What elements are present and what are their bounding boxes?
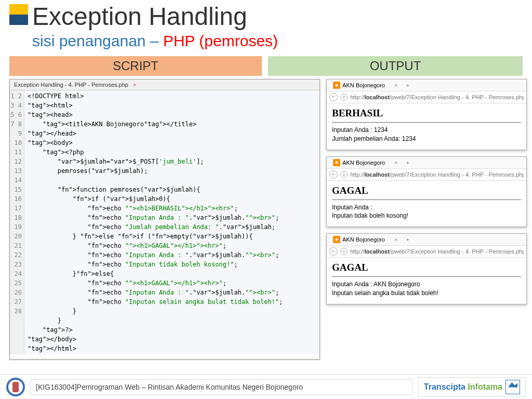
browser-tab[interactable]: AKN Bojonegoro× <box>329 81 402 90</box>
browser-tab-title: AKN Bojonegoro <box>342 159 385 166</box>
url-text[interactable]: http://localhost/pweb/7/Exception Handli… <box>350 171 524 178</box>
address-bar: ←ihttp://localhost/pweb/7/Exception Hand… <box>327 246 526 258</box>
editor-tab-label: Exception Handling - 4. PHP - Pemroses.p… <box>14 82 128 88</box>
result-line: Jumlah pembelian Anda: 1234 <box>332 135 521 143</box>
result-heading: GAGAL <box>332 185 521 196</box>
close-icon[interactable]: × <box>133 82 136 88</box>
browser-viewport: BERHASILInputan Anda : 1234Jumlah pembel… <box>327 103 526 150</box>
browser-tab[interactable]: AKN Bojonegoro× <box>329 235 402 244</box>
editor-tab[interactable]: Exception Handling - 4. PHP - Pemroses.p… <box>10 79 320 90</box>
close-icon[interactable]: × <box>394 82 397 88</box>
new-tab-button[interactable]: + <box>406 159 409 166</box>
code-editor: Exception Handling - 4. PHP - Pemroses.p… <box>9 79 320 360</box>
brand-box: Transcipta Infotama <box>418 377 526 397</box>
url-text[interactable]: http://localhost/pweb/7/Exception Handli… <box>350 248 524 255</box>
accent-bars <box>9 4 28 25</box>
browser-tab-strip: AKN Bojonegoro×+ <box>327 234 526 246</box>
column-header-output: OUTPUT <box>268 56 523 76</box>
browser-viewport: GAGALInputan Anda : AKN BojonegoroInputa… <box>327 258 526 304</box>
browser-viewport: GAGALInputan Anda :Inputan tidak boleh k… <box>327 181 526 227</box>
result-heading: BERHASIL <box>332 108 521 119</box>
back-button[interactable]: ← <box>329 247 338 256</box>
back-button[interactable]: ← <box>329 170 338 179</box>
brand-part-a: Transcipta <box>424 382 468 391</box>
back-button[interactable]: ← <box>329 93 338 101</box>
slide-title: Exception Handling <box>32 2 247 31</box>
result-heading: GAGAL <box>332 262 521 273</box>
result-line: Inputan Anda : <box>332 203 521 212</box>
info-icon[interactable]: i <box>340 248 348 255</box>
browser-tab[interactable]: AKN Bojonegoro× <box>329 158 402 167</box>
browser-window: AKN Bojonegoro×+←ihttp://localhost/pweb/… <box>326 156 527 228</box>
brand-part-b: Infotama <box>468 382 502 391</box>
subtitle-part-a: sisi penanganan – <box>32 32 163 49</box>
result-line: Inputan Anda : AKN Bojonegoro <box>332 280 521 289</box>
slide-subtitle: sisi penanganan – PHP (pemroses) <box>32 32 278 50</box>
code-area: <!DOCTYPE html> "tag"><html> "tag"><head… <box>24 90 320 354</box>
browser-tab-title: AKN Bojonegoro <box>342 82 385 88</box>
browser-tab-strip: AKN Bojonegoro×+ <box>327 157 526 169</box>
result-line: Inputan selain angka bulat tidak boleh! <box>332 289 521 298</box>
info-icon[interactable]: i <box>340 94 348 101</box>
subtitle-part-b: PHP (pemroses) <box>163 32 278 49</box>
close-icon[interactable]: × <box>394 236 397 243</box>
browser-window: AKN Bojonegoro×+←ihttp://localhost/pweb/… <box>326 79 527 150</box>
footer: [KIG163004]Pemrograman Web – Rintisan Ak… <box>0 374 532 399</box>
new-tab-button[interactable]: + <box>406 82 409 88</box>
new-tab-button[interactable]: + <box>406 236 409 243</box>
column-header-script: SCRIPT <box>9 56 262 76</box>
browser-output-column: AKN Bojonegoro×+←ihttp://localhost/pweb/… <box>326 79 527 311</box>
favicon-icon <box>333 159 340 166</box>
footer-text: [KIG163004]Pemrograman Web – Rintisan Ak… <box>30 379 413 395</box>
address-bar: ←ihttp://localhost/pweb/7/Exception Hand… <box>327 91 526 103</box>
url-text[interactable]: http://localhost/pweb/7/Exception Handli… <box>350 94 524 100</box>
brand-logo-icon <box>506 380 520 394</box>
result-line: Inputan tidak boleh kosong! <box>332 211 521 220</box>
favicon-icon <box>333 82 340 89</box>
line-gutter: 1 2 3 4 5 6 7 8 9 10 11 12 13 14 15 16 1… <box>10 90 24 354</box>
browser-tab-title: AKN Bojonegoro <box>342 236 385 243</box>
institution-logo-icon <box>6 378 25 396</box>
result-line: Inputan Anda : 1234 <box>332 126 521 135</box>
address-bar: ←ihttp://localhost/pweb/7/Exception Hand… <box>327 169 526 181</box>
close-icon[interactable]: × <box>394 159 397 166</box>
browser-window: AKN Bojonegoro×+←ihttp://localhost/pweb/… <box>326 233 527 304</box>
favicon-icon <box>333 236 340 243</box>
info-icon[interactable]: i <box>340 171 348 178</box>
browser-tab-strip: AKN Bojonegoro×+ <box>327 79 526 91</box>
